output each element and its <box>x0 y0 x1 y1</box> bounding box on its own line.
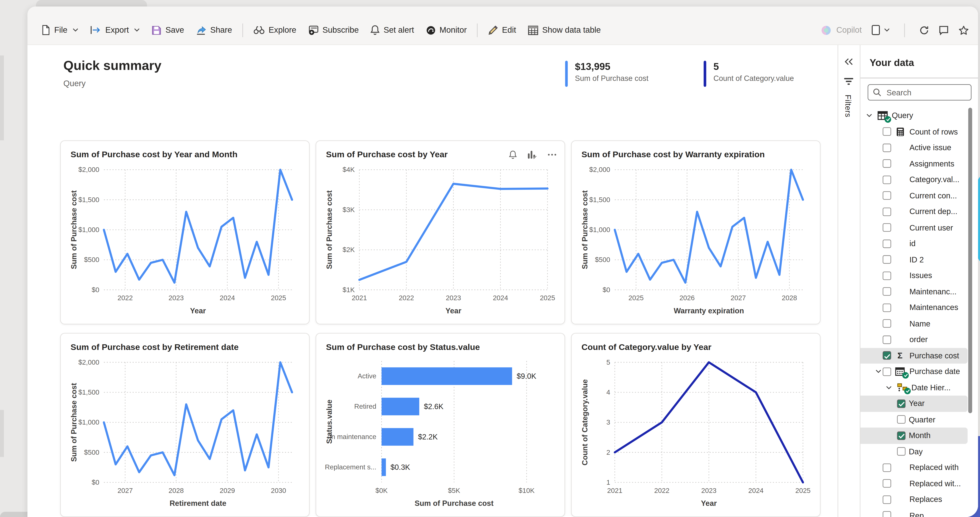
refresh-icon[interactable] <box>919 25 929 35</box>
tree-row-rep[interactable]: Rep... <box>861 507 978 517</box>
checkbox[interactable] <box>883 127 891 136</box>
svg-text:$500: $500 <box>84 449 99 456</box>
svg-text:Sum of Purchase cost: Sum of Purchase cost <box>415 499 493 507</box>
filter-funnel-icon[interactable] <box>844 78 853 86</box>
filters-pane-label[interactable]: Filters <box>843 95 853 117</box>
tree-row-date-hier[interactable]: Date Hier... <box>861 379 978 396</box>
show-data-table-button[interactable]: Show data table <box>522 20 607 41</box>
tree-row-current-dep[interactable]: Current dep... <box>861 204 978 220</box>
checkbox[interactable] <box>883 303 891 312</box>
svg-text:2023: 2023 <box>446 294 461 301</box>
copilot-button[interactable]: Copilot <box>821 24 862 36</box>
field-label: Query <box>892 111 913 120</box>
tree-row-maintenances[interactable]: Maintenances <box>861 300 978 316</box>
svg-text:2027: 2027 <box>731 294 746 301</box>
background-strip <box>0 56 4 140</box>
star-icon[interactable] <box>958 25 969 35</box>
tree-row-maintenanc[interactable]: Maintenanc... <box>861 284 978 300</box>
checkbox-checked[interactable] <box>897 431 905 440</box>
search-input[interactable] <box>885 87 957 98</box>
tree-row-id[interactable]: id <box>861 236 978 252</box>
save-button[interactable]: Save <box>146 20 190 41</box>
checkbox[interactable] <box>883 159 891 168</box>
svg-text:$4K: $4K <box>343 166 355 173</box>
tree-row-name[interactable]: Name <box>861 316 978 332</box>
tree-row-month[interactable]: Month <box>861 428 968 444</box>
checkbox[interactable] <box>883 479 891 488</box>
checkbox[interactable] <box>883 335 891 344</box>
subscribe-button[interactable]: Subscribe <box>302 20 365 41</box>
checkbox[interactable] <box>883 319 891 328</box>
checkbox[interactable] <box>897 447 905 456</box>
chart-card-count-category[interactable]: Count of Category.value by Year 12345202… <box>571 333 821 517</box>
chart-title: Sum of Purchase cost by Year <box>326 149 448 159</box>
tree-row-current-con[interactable]: Current con... <box>861 188 978 204</box>
checkbox[interactable] <box>883 463 891 472</box>
tree-row-replaces[interactable]: Replaces <box>861 492 978 507</box>
tree-row-year[interactable]: Year <box>861 396 968 412</box>
chevron-down-icon[interactable] <box>866 114 872 118</box>
tree-row-current-user[interactable]: Current user <box>861 220 978 236</box>
set-alert-button[interactable]: Set alert <box>364 20 420 41</box>
search-box[interactable] <box>868 84 972 100</box>
chevron-down-icon[interactable] <box>886 385 891 390</box>
tree-row-query[interactable]: Query <box>861 108 978 124</box>
collapse-pane-icon[interactable] <box>844 58 853 65</box>
checkbox[interactable] <box>883 191 891 200</box>
svg-text:Year: Year <box>445 306 461 315</box>
svg-text:$0: $0 <box>92 479 99 486</box>
checkbox[interactable] <box>883 176 891 184</box>
tree-row-active-issue[interactable]: Active issue <box>861 140 978 156</box>
tree-row-replaced-with[interactable]: Replaced with <box>861 460 978 476</box>
checkbox[interactable] <box>883 511 891 517</box>
scrollbar-thumb[interactable] <box>968 108 972 413</box>
chart-card-retirement[interactable]: Sum of Purchase cost by Retirement date … <box>60 333 310 517</box>
checkbox[interactable] <box>883 239 891 248</box>
tree-row-count-of-rows[interactable]: Count of rows <box>861 124 978 140</box>
more-options-icon[interactable] <box>547 153 557 156</box>
checkbox[interactable] <box>897 416 905 424</box>
checkbox[interactable] <box>883 143 891 152</box>
field-label: Month <box>909 431 931 440</box>
chart-card-status[interactable]: Sum of Purchase cost by Status.value $0K… <box>315 333 565 517</box>
checkbox[interactable] <box>883 224 891 232</box>
view-mode-button[interactable] <box>872 25 890 35</box>
checkbox[interactable] <box>883 367 891 376</box>
tree-row-replaced-wit[interactable]: Replaced wit... <box>861 476 978 492</box>
chart-card-warranty[interactable]: Sum of Purchase cost by Warranty expirat… <box>571 140 821 325</box>
checkbox[interactable] <box>883 495 891 504</box>
set-alert-label: Set alert <box>383 25 414 35</box>
chart-card-year[interactable]: Sum of Purchase cost by Year $1K$2K$3K$4… <box>315 140 565 325</box>
checkbox-checked[interactable] <box>883 351 891 360</box>
tree-row-order[interactable]: order <box>861 331 978 347</box>
chart-bar <box>382 367 512 385</box>
tree-row-id-2[interactable]: ID 2 <box>861 252 978 268</box>
checkbox[interactable] <box>883 287 891 296</box>
tree-row-assignments[interactable]: Assignments <box>861 156 978 172</box>
monitor-button[interactable]: Monitor <box>420 20 473 41</box>
tree-row-issues[interactable]: Issues <box>861 268 978 284</box>
explore-button[interactable]: Explore <box>248 20 302 41</box>
tree-row-quarter[interactable]: Quarter <box>861 412 978 428</box>
tree-row-day[interactable]: Day <box>861 444 978 460</box>
svg-text:2028: 2028 <box>782 294 797 301</box>
toolbar-right-group: Copilot <box>821 18 969 42</box>
file-button[interactable]: File <box>35 20 84 41</box>
checkbox[interactable] <box>883 271 891 280</box>
export-button[interactable]: Export <box>84 20 146 41</box>
alert-bell-icon[interactable] <box>509 150 517 159</box>
field-label: Replaced wit... <box>910 479 961 488</box>
tree-row-category-val[interactable]: Category.val... <box>861 172 978 188</box>
personalize-visual-icon[interactable] <box>527 150 537 159</box>
edit-button[interactable]: Edit <box>482 20 522 41</box>
tree-row-purchase-cost[interactable]: ΣPurchase cost <box>861 347 968 364</box>
checkbox-checked[interactable] <box>897 399 905 408</box>
chevron-down-icon[interactable] <box>875 370 881 373</box>
kpi-value: 5 <box>713 61 794 73</box>
checkbox[interactable] <box>883 208 891 216</box>
tree-row-purchase-date[interactable]: Purchase date <box>861 364 978 380</box>
chart-card-year-month[interactable]: Sum of Purchase cost by Year and Month $… <box>60 140 310 325</box>
share-button[interactable]: Share <box>190 20 238 41</box>
comment-icon[interactable] <box>939 25 949 35</box>
checkbox[interactable] <box>883 255 891 264</box>
